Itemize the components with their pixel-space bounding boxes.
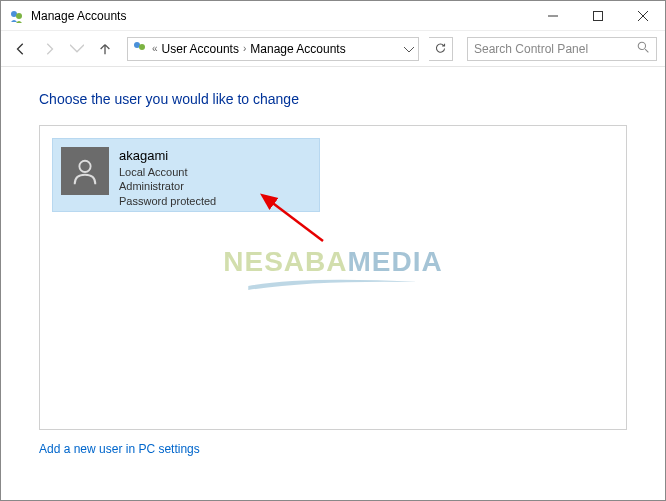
titlebar: Manage Accounts — [1, 1, 665, 31]
recent-dropdown[interactable] — [65, 37, 89, 61]
back-button[interactable] — [9, 37, 33, 61]
watermark-swoosh-icon — [243, 274, 423, 292]
search-input[interactable]: Search Control Panel — [467, 37, 657, 61]
content-area: Choose the user you would like to change… — [1, 67, 665, 467]
watermark-part2: MEDIA — [348, 246, 443, 277]
add-user-link[interactable]: Add a new user in PC settings — [39, 442, 200, 456]
svg-rect-3 — [593, 11, 602, 20]
up-button[interactable] — [93, 37, 117, 61]
avatar — [61, 147, 109, 195]
accounts-panel: akagami Local Account Administrator Pass… — [39, 125, 627, 430]
window-controls — [530, 1, 665, 30]
svg-point-1 — [16, 13, 22, 19]
user-accounts-icon — [9, 8, 25, 24]
account-protection: Password protected — [119, 194, 216, 209]
svg-point-8 — [638, 42, 645, 49]
chevron-icon: « — [152, 43, 158, 54]
chevron-right-icon: › — [243, 43, 246, 54]
maximize-button[interactable] — [575, 1, 620, 30]
breadcrumb-user-accounts[interactable]: User Accounts — [162, 42, 239, 56]
page-heading: Choose the user you would like to change — [39, 91, 627, 107]
svg-line-9 — [645, 49, 648, 52]
refresh-button[interactable] — [429, 37, 453, 61]
user-accounts-icon — [132, 39, 148, 58]
breadcrumb[interactable]: « User Accounts › Manage Accounts — [127, 37, 419, 61]
close-button[interactable] — [620, 1, 665, 30]
svg-point-10 — [79, 161, 90, 172]
account-info: akagami Local Account Administrator Pass… — [119, 147, 216, 209]
account-type: Local Account — [119, 165, 216, 180]
svg-point-7 — [139, 44, 145, 50]
breadcrumb-manage-accounts[interactable]: Manage Accounts — [250, 42, 345, 56]
watermark: NESABAMEDIA — [223, 246, 442, 296]
forward-button[interactable] — [37, 37, 61, 61]
minimize-button[interactable] — [530, 1, 575, 30]
window-title: Manage Accounts — [31, 9, 530, 23]
search-icon — [637, 41, 650, 57]
account-role: Administrator — [119, 179, 216, 194]
account-name: akagami — [119, 147, 216, 165]
watermark-part1: NESABA — [223, 246, 347, 277]
navigation-bar: « User Accounts › Manage Accounts Search… — [1, 31, 665, 67]
breadcrumb-dropdown-icon[interactable] — [404, 42, 414, 56]
account-tile[interactable]: akagami Local Account Administrator Pass… — [52, 138, 320, 212]
search-placeholder: Search Control Panel — [474, 42, 588, 56]
